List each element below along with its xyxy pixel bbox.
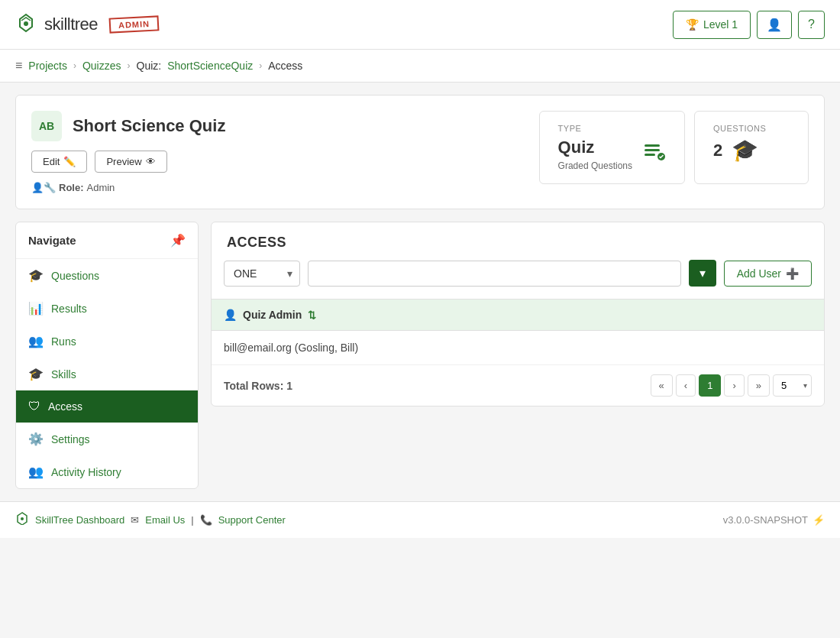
nav-header: Navigate 📌 <box>16 222 198 259</box>
sidebar-item-activity-history[interactable]: 👥 Activity History <box>16 455 198 488</box>
role-label: Role: <box>59 182 84 193</box>
footer-logo-icon <box>15 511 29 529</box>
logo-area: skilltree ADMIN <box>15 11 159 37</box>
logo-icon <box>15 11 37 37</box>
breadcrumb-sep-1: › <box>73 60 76 71</box>
dashboard-link[interactable]: SkillTree Dashboard <box>35 514 124 526</box>
trophy-icon: 🏆 <box>686 18 699 31</box>
breadcrumb-sep-2: › <box>128 60 131 71</box>
prev-page-button[interactable]: ‹ <box>676 374 696 397</box>
sidebar-item-skills[interactable]: 🎓 Skills <box>16 358 198 390</box>
logo-text: skilltree <box>44 15 98 34</box>
questions-label: QUESTIONS <box>713 124 766 133</box>
table-header-label: Quiz Admin <box>243 309 302 321</box>
questions-stat-card: QUESTIONS 2 🎓 <box>694 111 809 184</box>
breadcrumb-sep-3: › <box>259 60 262 71</box>
preview-button[interactable]: Preview 👁 <box>95 151 166 173</box>
footer-separator: | <box>191 514 193 526</box>
sidebar-item-access-label: Access <box>48 400 82 413</box>
breadcrumb-quiz-label: Quiz: <box>137 60 162 72</box>
breadcrumb-projects[interactable]: Projects <box>28 60 67 72</box>
edit-icon: ✏️ <box>63 156 76 167</box>
quiz-avatar: AB <box>31 111 62 141</box>
pagination: « ‹ 1 › » 5 10 25 ▾ <box>651 374 812 397</box>
phone-icon: 📞 <box>200 514 212 526</box>
breadcrumb-quiz-name[interactable]: ShortScienceQuiz <box>167 60 253 72</box>
total-rows: Total Rows: 1 <box>224 380 292 392</box>
email-link[interactable]: Email Us <box>145 514 185 526</box>
preview-icon: 👁 <box>146 156 156 167</box>
sidebar-item-access[interactable]: 🛡 Access <box>16 390 198 423</box>
questions-value: 2 <box>713 141 722 160</box>
type-label: TYPE <box>558 124 582 133</box>
svg-rect-3 <box>645 154 655 156</box>
total-rows-value: 1 <box>286 380 292 392</box>
role-badge: 👤🔧 Role: Admin <box>31 182 539 193</box>
page-1-button[interactable]: 1 <box>699 374 721 397</box>
sidebar-item-questions-label: Questions <box>51 270 99 282</box>
access-controls: ONE ▾ ▾ Add User ➕ <box>212 260 824 299</box>
first-page-button[interactable]: « <box>651 374 673 397</box>
quiz-header-card: AB Short Science Quiz Edit ✏️ Preview 👁 … <box>15 95 825 209</box>
table-row: bill@email.org (Gosling, Bill) <box>212 331 824 365</box>
edit-button[interactable]: Edit ✏️ <box>31 151 87 173</box>
footer: SkillTree Dashboard ✉ Email Us | 📞 Suppo… <box>0 501 840 538</box>
sort-icon[interactable]: ⇅ <box>308 309 316 321</box>
version-icon: ⚡ <box>813 514 825 526</box>
level-button[interactable]: 🏆 Level 1 <box>673 11 751 39</box>
content-layout: Navigate 📌 🎓 Questions 📊 Results 👥 Runs … <box>15 222 825 489</box>
type-value-row: Quiz Graded Questions <box>558 138 666 171</box>
sidebar-item-settings-label: Settings <box>51 433 90 445</box>
runs-nav-icon: 👥 <box>28 334 44 348</box>
sidebar-item-runs[interactable]: 👥 Runs <box>16 325 198 358</box>
questions-nav-icon: 🎓 <box>28 268 44 283</box>
per-page-select[interactable]: 5 10 25 <box>773 374 812 397</box>
user-button[interactable]: 👤 <box>757 11 792 39</box>
sidebar-item-runs-label: Runs <box>51 335 76 348</box>
sidebar: Navigate 📌 🎓 Questions 📊 Results 👥 Runs … <box>15 222 199 489</box>
search-input[interactable] <box>308 261 681 287</box>
help-button[interactable]: ? <box>798 11 825 39</box>
row-email: bill@email.org (Gosling, Bill) <box>224 342 358 354</box>
filter-select[interactable]: ONE <box>224 261 300 287</box>
breadcrumb: ≡ Projects › Quizzes › Quiz: ShortScienc… <box>0 50 840 83</box>
sidebar-item-questions[interactable]: 🎓 Questions <box>16 259 198 292</box>
sidebar-item-skills-label: Skills <box>51 368 76 381</box>
quiz-stats: TYPE Quiz Graded Questions <box>539 111 809 184</box>
per-page-wrapper: 5 10 25 ▾ <box>773 374 812 397</box>
search-dropdown-button[interactable]: ▾ <box>689 260 716 287</box>
last-page-button[interactable]: » <box>748 374 770 397</box>
svg-rect-1 <box>645 144 660 147</box>
settings-nav-icon: ⚙️ <box>28 432 44 446</box>
footer-left: SkillTree Dashboard ✉ Email Us | 📞 Suppo… <box>15 511 286 529</box>
sidebar-item-activity-label: Activity History <box>51 466 121 478</box>
breadcrumb-icon: ≡ <box>15 59 22 73</box>
questions-value-row: 2 🎓 <box>713 138 758 163</box>
breadcrumb-quizzes[interactable]: Quizzes <box>82 60 121 72</box>
header: skilltree ADMIN 🏆 Level 1 👤 ? <box>0 0 840 50</box>
graduation-icon: 🎓 <box>732 138 758 163</box>
main-panel: ACCESS ONE ▾ ▾ Add User ➕ <box>211 222 825 489</box>
type-stat-card: TYPE Quiz Graded Questions <box>539 111 685 184</box>
main-content: AB Short Science Quiz Edit ✏️ Preview 👁 … <box>0 83 840 501</box>
support-link[interactable]: Support Center <box>218 514 286 526</box>
type-value: Quiz <box>558 138 632 157</box>
next-page-button[interactable]: › <box>724 374 744 397</box>
pin-icon[interactable]: 📌 <box>170 233 186 248</box>
quiz-title: Short Science Quiz <box>73 116 226 135</box>
nav-card: Navigate 📌 🎓 Questions 📊 Results 👥 Runs … <box>15 222 199 489</box>
breadcrumb-current: Access <box>268 60 302 72</box>
sidebar-item-results[interactable]: 📊 Results <box>16 292 198 325</box>
access-title: ACCESS <box>212 222 824 260</box>
version-text: v3.0.0-SNAPSHOT <box>723 514 808 526</box>
type-sub: Graded Questions <box>558 160 632 171</box>
header-buttons: 🏆 Level 1 👤 ? <box>673 11 825 39</box>
sidebar-item-results-label: Results <box>51 303 87 315</box>
role-icon: 👤🔧 <box>31 182 56 193</box>
sidebar-item-settings[interactable]: ⚙️ Settings <box>16 423 198 455</box>
table-header: 👤 Quiz Admin ⇅ <box>212 299 824 331</box>
access-nav-icon: 🛡 <box>28 400 40 413</box>
activity-nav-icon: 👥 <box>28 465 44 479</box>
add-user-button[interactable]: Add User ➕ <box>724 261 812 287</box>
nav-title: Navigate <box>28 234 76 247</box>
